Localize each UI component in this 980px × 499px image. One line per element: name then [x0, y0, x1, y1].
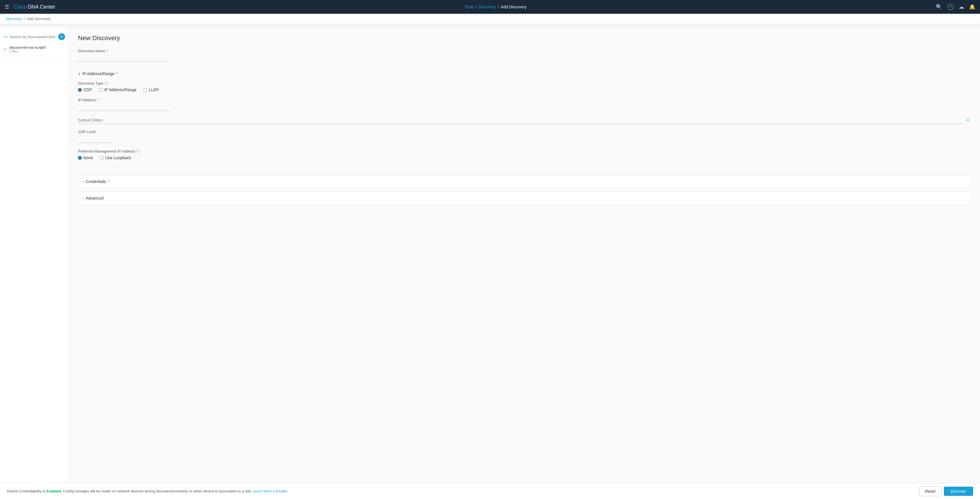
nav-sep-1: /	[476, 5, 477, 9]
page-title: New Discovery	[78, 34, 971, 42]
check-circle-icon: ✓	[3, 46, 7, 52]
subnet-filters-group: +	[78, 117, 971, 124]
main-layout: ≡∨ + ✓ discovered-via-script0 2 Res... N…	[0, 27, 980, 483]
subnet-filters-row: +	[78, 117, 971, 124]
main-content: New Discovery Discovery Name* ∨ IP Addre…	[69, 27, 980, 483]
sidebar: ≡∨ + ✓ discovered-via-script0 2 Res...	[0, 27, 69, 483]
cdp-level-group: CDP Level 16	[78, 130, 971, 143]
cloud-icon[interactable]: ☁	[959, 4, 964, 10]
add-discovery-button[interactable]: +	[58, 33, 65, 40]
ip-address-group: IP Address*	[78, 98, 971, 111]
discovery-type-group: Discovery Type ⓘ CDP IP Address/Range LL…	[78, 81, 971, 92]
sidebar-item-name: discovered-via-script0	[10, 45, 46, 49]
search-icon[interactable]: 🔍	[936, 4, 942, 10]
top-navigation: ☰ Cisco DNA Center Tools / Discovery / A…	[0, 0, 980, 14]
chevron-right-icon: ›	[83, 180, 84, 183]
credentials-header[interactable]: › Credentials*	[78, 175, 970, 188]
credentials-section: › Credentials*	[78, 175, 971, 188]
nav-discovery-link[interactable]: Discovery	[479, 5, 496, 9]
ip-address-input[interactable]	[78, 104, 170, 111]
help-icon[interactable]: ?	[947, 4, 954, 10]
advanced-header[interactable]: › Advanced	[78, 192, 970, 204]
add-subnet-button[interactable]: +	[965, 117, 971, 124]
preferred-mgmt-group: Preferred Management IP Address ⓘ None U…	[78, 148, 971, 160]
bell-icon[interactable]: 🔔	[969, 4, 975, 10]
subnet-filters-input[interactable]	[78, 117, 963, 124]
sidebar-item-content: discovered-via-script0 2 Res...	[10, 45, 46, 53]
discovery-type-label: Discovery Type ⓘ	[78, 81, 971, 86]
discovery-name-input[interactable]	[78, 55, 170, 62]
breadcrumb-separator: /	[24, 17, 25, 21]
filter-icon[interactable]: ≡∨	[3, 35, 8, 39]
sidebar-search-bar: ≡∨ +	[0, 31, 68, 43]
nav-actions: 🔍 ? ☁ 🔔	[936, 4, 975, 10]
discovery-type-cdp-radio[interactable]	[78, 88, 82, 92]
discovery-name-group: Discovery Name*	[78, 49, 971, 62]
breadcrumb-discovery-link[interactable]: Discovery	[6, 17, 22, 21]
discovery-type-lldp-radio[interactable]	[143, 88, 147, 92]
preferred-mgmt-loopback-radio[interactable]	[100, 156, 103, 160]
brand-dna-text: DNA Center	[28, 4, 55, 10]
breadcrumb: Discovery / Add Discovery	[0, 14, 980, 24]
discovery-type-info-icon[interactable]: ⓘ	[105, 81, 108, 86]
ip-address-section-toggle[interactable]: ∨ IP Address/Range*	[78, 72, 971, 76]
discovery-type-iprange-radio[interactable]	[99, 88, 103, 92]
preferred-mgmt-radio-group: None Use Loopback	[78, 155, 971, 160]
ip-address-label: IP Address*	[78, 98, 971, 102]
discovery-type-cdp[interactable]: CDP	[78, 88, 92, 92]
brand-cisco-text: Cisco	[14, 4, 27, 10]
discovery-type-ip-range[interactable]: IP Address/Range	[99, 88, 137, 92]
preferred-mgmt-none[interactable]: None	[78, 155, 93, 160]
brand-logo: Cisco DNA Center	[14, 4, 55, 10]
hamburger-icon[interactable]: ☰	[5, 4, 9, 10]
cdp-level-input[interactable]: 16	[78, 136, 112, 143]
nav-add-discovery: Add Discovery	[501, 5, 527, 9]
chevron-down-icon: ∨	[78, 72, 81, 76]
list-item[interactable]: ✓ discovered-via-script0 2 Res...	[0, 43, 68, 56]
preferred-mgmt-info-icon[interactable]: ⓘ	[137, 148, 140, 154]
advanced-section: › Advanced	[78, 191, 971, 205]
preferred-mgmt-loopback[interactable]: Use Loopback	[100, 155, 131, 160]
nav-breadcrumb-center: Tools / Discovery / Add Discovery	[55, 5, 936, 9]
breadcrumb-current: Add Discovery	[27, 17, 51, 21]
search-input[interactable]	[10, 33, 55, 40]
chevron-right-icon-2: ›	[83, 196, 84, 200]
nav-tools-link[interactable]: Tools	[465, 5, 474, 9]
preferred-mgmt-label: Preferred Management IP Address ⓘ	[78, 148, 971, 154]
discovery-type-radio-group: CDP IP Address/Range LLDP	[78, 88, 971, 92]
nav-sep-2: /	[498, 5, 499, 9]
preferred-mgmt-none-radio[interactable]	[78, 156, 82, 160]
discovery-type-lldp[interactable]: LLDP	[143, 88, 159, 92]
sidebar-item-sub: 2 Res...	[10, 49, 46, 53]
discovery-name-label: Discovery Name*	[78, 49, 971, 53]
cdp-level-label: CDP Level	[78, 130, 971, 134]
